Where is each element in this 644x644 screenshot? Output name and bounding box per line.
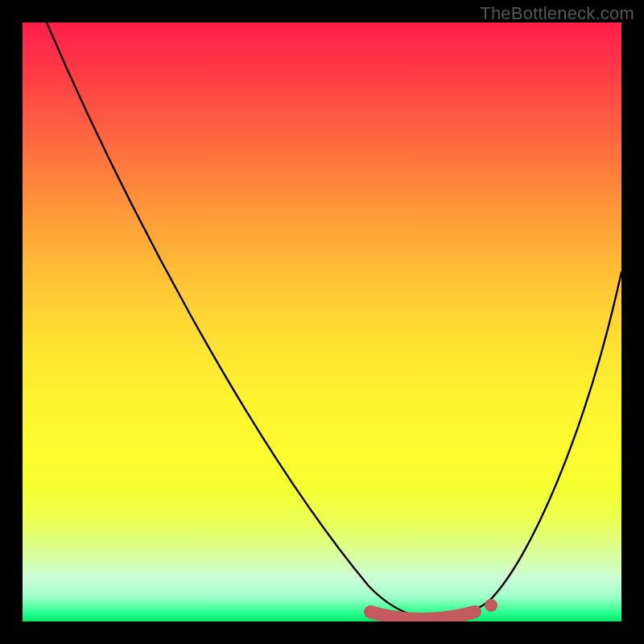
plot-area <box>23 23 621 621</box>
plot-outer <box>23 23 621 621</box>
curve-right-branch <box>429 272 621 618</box>
chart-frame: TheBottleneck.com <box>0 0 644 644</box>
valley-marker-segment <box>370 612 475 619</box>
valley-marker-dot <box>485 599 497 612</box>
watermark-text: TheBottleneck.com <box>480 3 634 24</box>
curve-left-branch <box>47 23 429 618</box>
curve-layer <box>23 23 621 621</box>
